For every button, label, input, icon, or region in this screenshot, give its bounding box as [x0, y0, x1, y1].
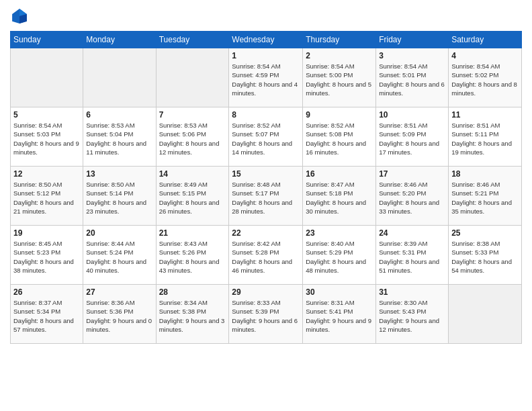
day-number: 6 [86, 110, 152, 120]
day-info: Sunrise: 8:44 AM Sunset: 5:24 PM Dayligh… [86, 239, 152, 275]
day-info: Sunrise: 8:53 AM Sunset: 5:06 PM Dayligh… [159, 121, 226, 156]
day-cell [11, 48, 83, 107]
day-info: Sunrise: 8:46 AM Sunset: 5:20 PM Dayligh… [379, 180, 445, 216]
day-number: 11 [451, 110, 519, 120]
day-cell: 5Sunrise: 8:54 AM Sunset: 5:03 PM Daylig… [11, 107, 83, 167]
weekday-wednesday: Wednesday [229, 32, 303, 48]
day-cell: 23Sunrise: 8:40 AM Sunset: 5:29 PM Dayli… [303, 226, 376, 285]
day-number: 15 [232, 169, 300, 179]
day-cell: 19Sunrise: 8:45 AM Sunset: 5:23 PM Dayli… [11, 226, 83, 285]
weekday-saturday: Saturday [449, 32, 522, 48]
day-cell [156, 48, 229, 107]
day-info: Sunrise: 8:48 AM Sunset: 5:17 PM Dayligh… [232, 180, 300, 216]
day-cell: 3Sunrise: 8:54 AM Sunset: 5:01 PM Daylig… [376, 48, 449, 107]
day-number: 16 [306, 169, 373, 179]
day-cell: 22Sunrise: 8:42 AM Sunset: 5:28 PM Dayli… [229, 226, 303, 285]
day-info: Sunrise: 8:49 AM Sunset: 5:15 PM Dayligh… [159, 180, 226, 216]
day-cell: 14Sunrise: 8:49 AM Sunset: 5:15 PM Dayli… [156, 167, 229, 226]
day-info: Sunrise: 8:54 AM Sunset: 4:59 PM Dayligh… [232, 62, 300, 97]
day-cell: 16Sunrise: 8:47 AM Sunset: 5:18 PM Dayli… [303, 167, 376, 226]
day-info: Sunrise: 8:37 AM Sunset: 5:34 PM Dayligh… [13, 298, 80, 334]
day-number: 10 [379, 110, 445, 120]
day-info: Sunrise: 8:40 AM Sunset: 5:29 PM Dayligh… [306, 239, 373, 275]
weekday-header-row: SundayMondayTuesdayWednesdayThursdayFrid… [11, 32, 522, 48]
day-info: Sunrise: 8:46 AM Sunset: 5:21 PM Dayligh… [451, 180, 519, 216]
week-row-1: 1Sunrise: 8:54 AM Sunset: 4:59 PM Daylig… [11, 48, 522, 107]
day-number: 29 [232, 287, 300, 297]
day-cell: 2Sunrise: 8:54 AM Sunset: 5:00 PM Daylig… [303, 48, 376, 107]
day-info: Sunrise: 8:53 AM Sunset: 5:04 PM Dayligh… [86, 121, 152, 156]
day-info: Sunrise: 8:36 AM Sunset: 5:36 PM Dayligh… [86, 298, 152, 334]
day-number: 3 [379, 51, 445, 60]
day-cell: 12Sunrise: 8:50 AM Sunset: 5:12 PM Dayli… [11, 167, 83, 226]
day-number: 27 [86, 287, 152, 297]
day-number: 17 [379, 169, 445, 179]
day-cell: 28Sunrise: 8:34 AM Sunset: 5:38 PM Dayli… [156, 285, 229, 344]
day-info: Sunrise: 8:51 AM Sunset: 5:11 PM Dayligh… [451, 121, 519, 156]
day-info: Sunrise: 8:52 AM Sunset: 5:07 PM Dayligh… [232, 121, 300, 156]
day-number: 8 [232, 110, 300, 120]
day-cell: 13Sunrise: 8:50 AM Sunset: 5:14 PM Dayli… [83, 167, 156, 226]
day-number: 7 [159, 110, 226, 120]
day-info: Sunrise: 8:52 AM Sunset: 5:08 PM Dayligh… [306, 121, 373, 156]
day-info: Sunrise: 8:43 AM Sunset: 5:26 PM Dayligh… [159, 239, 226, 275]
day-number: 31 [379, 287, 445, 297]
day-cell: 24Sunrise: 8:39 AM Sunset: 5:31 PM Dayli… [376, 226, 449, 285]
day-number: 4 [451, 51, 519, 60]
header [10, 7, 522, 26]
day-cell: 30Sunrise: 8:31 AM Sunset: 5:41 PM Dayli… [303, 285, 376, 344]
day-info: Sunrise: 8:50 AM Sunset: 5:12 PM Dayligh… [13, 180, 80, 216]
day-number: 23 [306, 228, 373, 238]
day-info: Sunrise: 8:34 AM Sunset: 5:38 PM Dayligh… [159, 298, 226, 334]
day-cell: 10Sunrise: 8:51 AM Sunset: 5:09 PM Dayli… [376, 107, 449, 167]
day-cell: 27Sunrise: 8:36 AM Sunset: 5:36 PM Dayli… [83, 285, 156, 344]
day-cell [83, 48, 156, 107]
day-number: 24 [379, 228, 445, 238]
day-number: 19 [13, 228, 80, 238]
weekday-thursday: Thursday [303, 32, 376, 48]
day-cell: 4Sunrise: 8:54 AM Sunset: 5:02 PM Daylig… [449, 48, 522, 107]
day-number: 22 [232, 228, 300, 238]
weekday-friday: Friday [376, 32, 449, 48]
day-number: 5 [13, 110, 80, 120]
week-row-4: 19Sunrise: 8:45 AM Sunset: 5:23 PM Dayli… [11, 226, 522, 285]
day-number: 2 [306, 51, 373, 60]
day-info: Sunrise: 8:54 AM Sunset: 5:03 PM Dayligh… [13, 121, 80, 156]
logo-icon [10, 7, 29, 26]
day-number: 18 [451, 169, 519, 179]
day-cell: 7Sunrise: 8:53 AM Sunset: 5:06 PM Daylig… [156, 107, 229, 167]
day-info: Sunrise: 8:30 AM Sunset: 5:43 PM Dayligh… [379, 298, 445, 334]
day-info: Sunrise: 8:54 AM Sunset: 5:01 PM Dayligh… [379, 62, 445, 97]
day-number: 14 [159, 169, 226, 179]
day-cell: 6Sunrise: 8:53 AM Sunset: 5:04 PM Daylig… [83, 107, 156, 167]
logo [10, 7, 32, 26]
page-container: SundayMondayTuesdayWednesdayThursdayFrid… [0, 0, 532, 351]
day-info: Sunrise: 8:38 AM Sunset: 5:33 PM Dayligh… [451, 239, 519, 275]
weekday-monday: Monday [83, 32, 156, 48]
day-info: Sunrise: 8:47 AM Sunset: 5:18 PM Dayligh… [306, 180, 373, 216]
day-cell: 11Sunrise: 8:51 AM Sunset: 5:11 PM Dayli… [449, 107, 522, 167]
day-number: 20 [86, 228, 152, 238]
day-cell: 8Sunrise: 8:52 AM Sunset: 5:07 PM Daylig… [229, 107, 303, 167]
week-row-5: 26Sunrise: 8:37 AM Sunset: 5:34 PM Dayli… [11, 285, 522, 344]
day-info: Sunrise: 8:39 AM Sunset: 5:31 PM Dayligh… [379, 239, 445, 275]
day-cell: 29Sunrise: 8:33 AM Sunset: 5:39 PM Dayli… [229, 285, 303, 344]
day-info: Sunrise: 8:31 AM Sunset: 5:41 PM Dayligh… [306, 298, 373, 334]
day-number: 28 [159, 287, 226, 297]
day-info: Sunrise: 8:51 AM Sunset: 5:09 PM Dayligh… [379, 121, 445, 156]
day-info: Sunrise: 8:50 AM Sunset: 5:14 PM Dayligh… [86, 180, 152, 216]
day-number: 21 [159, 228, 226, 238]
day-cell: 9Sunrise: 8:52 AM Sunset: 5:08 PM Daylig… [303, 107, 376, 167]
day-info: Sunrise: 8:45 AM Sunset: 5:23 PM Dayligh… [13, 239, 80, 275]
day-number: 1 [232, 51, 300, 60]
weekday-sunday: Sunday [11, 32, 83, 48]
day-info: Sunrise: 8:33 AM Sunset: 5:39 PM Dayligh… [232, 298, 300, 334]
day-info: Sunrise: 8:54 AM Sunset: 5:00 PM Dayligh… [306, 62, 373, 97]
day-number: 12 [13, 169, 80, 179]
day-info: Sunrise: 8:54 AM Sunset: 5:02 PM Dayligh… [451, 62, 519, 97]
day-cell: 25Sunrise: 8:38 AM Sunset: 5:33 PM Dayli… [449, 226, 522, 285]
day-cell: 20Sunrise: 8:44 AM Sunset: 5:24 PM Dayli… [83, 226, 156, 285]
day-cell: 15Sunrise: 8:48 AM Sunset: 5:17 PM Dayli… [229, 167, 303, 226]
week-row-2: 5Sunrise: 8:54 AM Sunset: 5:03 PM Daylig… [11, 107, 522, 167]
week-row-3: 12Sunrise: 8:50 AM Sunset: 5:12 PM Dayli… [11, 167, 522, 226]
